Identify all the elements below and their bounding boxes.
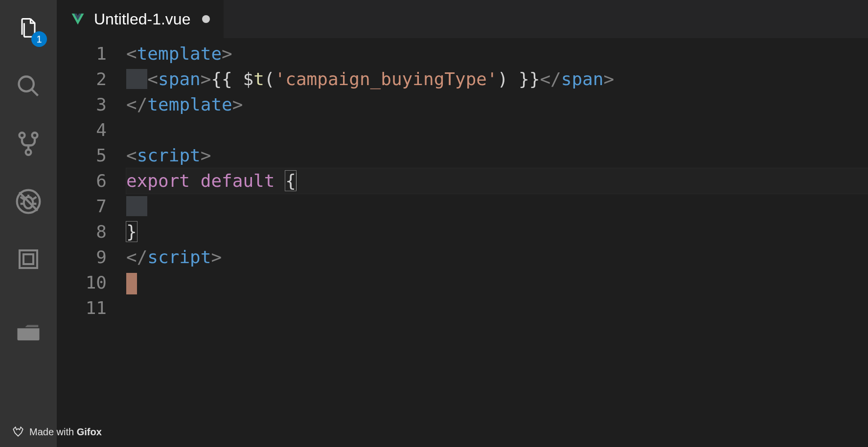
svg-point-3: [32, 133, 38, 138]
code-line: </template>: [126, 92, 868, 117]
activity-bar: 1: [0, 0, 57, 447]
tab-dirty-indicator: [202, 15, 210, 23]
tab-bar: Untitled-1.vue: [57, 0, 868, 38]
folder-icon[interactable]: [14, 317, 43, 346]
gifox-icon: [12, 425, 24, 438]
code-line-active: export default {: [126, 168, 868, 194]
debug-icon[interactable]: [14, 187, 43, 216]
svg-point-2: [20, 133, 25, 138]
svg-line-1: [32, 89, 38, 96]
explorer-icon[interactable]: 1: [14, 14, 43, 43]
code-line: </script>: [126, 245, 868, 270]
tab-title: Untitled-1.vue: [94, 10, 190, 28]
editor-group: Untitled-1.vue 1 2 3 4 5 6 7 8 9 10 11 <…: [57, 0, 868, 447]
tab-untitled-vue[interactable]: Untitled-1.vue: [57, 0, 224, 38]
search-icon[interactable]: [14, 71, 43, 101]
editor[interactable]: 1 2 3 4 5 6 7 8 9 10 11 <template> <span…: [57, 38, 868, 447]
code-line: <span>{{ $t('campaign_buyingType') }}</s…: [126, 67, 868, 92]
svg-point-0: [19, 77, 34, 91]
code-line: [126, 117, 868, 143]
code-line: [126, 270, 868, 295]
code-line: }: [126, 219, 868, 245]
code-line: [126, 194, 868, 219]
vue-file-icon: [70, 12, 85, 26]
explorer-badge: 1: [31, 31, 47, 47]
code-line: <script>: [126, 143, 868, 168]
svg-line-9: [33, 197, 36, 200]
error-marker: [126, 273, 137, 294]
code-line: [126, 295, 868, 321]
svg-rect-13: [20, 250, 37, 268]
svg-rect-14: [23, 254, 33, 264]
line-number-gutter: 1 2 3 4 5 6 7 8 9 10 11: [57, 41, 126, 447]
code-area[interactable]: <template> <span>{{ $t('campaign_buyingT…: [126, 41, 868, 447]
source-control-icon[interactable]: [14, 129, 43, 158]
gifox-watermark: Made with Gifox: [12, 425, 102, 438]
extensions-icon[interactable]: [14, 245, 43, 274]
code-line: <template>: [126, 41, 868, 67]
svg-point-4: [26, 150, 31, 155]
